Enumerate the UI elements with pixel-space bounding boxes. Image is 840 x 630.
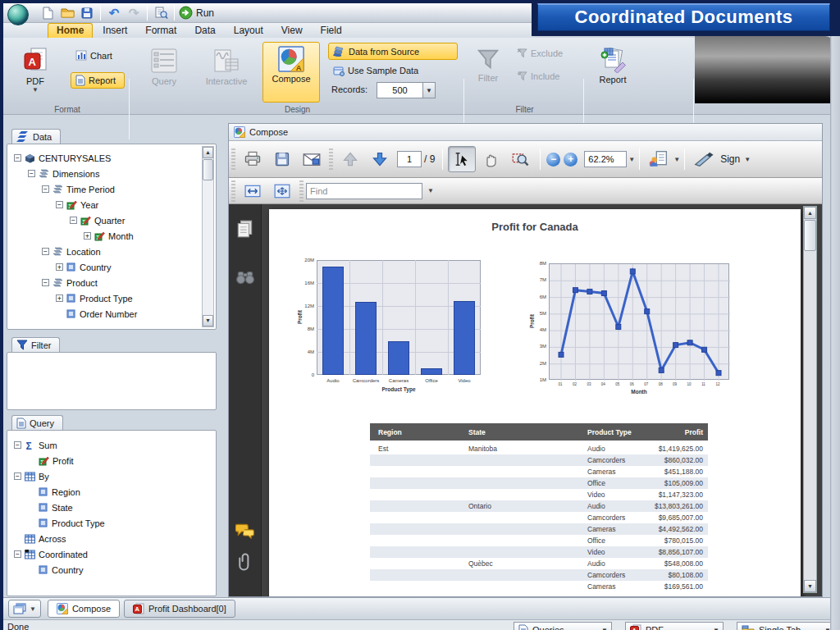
tree-item-country[interactable]: Country (11, 562, 211, 578)
fit-width-button[interactable] (239, 180, 267, 202)
status-combo-caret[interactable]: ▼ (598, 627, 611, 630)
scroll-down-button[interactable]: ▼ (804, 580, 816, 592)
collapse-toggle[interactable]: − (14, 550, 21, 558)
report-button[interactable]: Report (71, 72, 125, 89)
tree-item-month[interactable]: +ΣMonth (11, 228, 199, 244)
run-button[interactable]: Run (179, 5, 214, 21)
window-switcher-caret[interactable]: ▼ (30, 605, 36, 613)
save-copy-button[interactable] (268, 146, 296, 172)
scroll-up-button[interactable]: ▲ (203, 147, 213, 158)
bottom-tab-compose[interactable]: Compose (48, 600, 120, 618)
tree-item-product-type[interactable]: +Product Type (11, 290, 199, 306)
tree-item-time-period[interactable]: −Time Period (11, 181, 199, 197)
print-button[interactable] (239, 146, 267, 172)
tree-item-year[interactable]: −ΣYear (11, 197, 199, 212)
zoom-marquee-button[interactable] (507, 146, 535, 172)
tree-item-coordinated[interactable]: −Coordinated (11, 546, 211, 562)
collapse-toggle[interactable]: − (42, 185, 49, 193)
undo-button[interactable]: ↶ (105, 5, 123, 21)
tree-item-dimensions[interactable]: −Dimensions (11, 166, 199, 181)
tree-item-quarter[interactable]: −ΣQuarter (11, 212, 199, 228)
records-combo[interactable]: 500 ▼ (377, 82, 436, 98)
status-combo-caret[interactable]: ▼ (710, 627, 723, 630)
collaborate-button[interactable] (645, 146, 673, 172)
collapse-toggle[interactable]: − (56, 201, 63, 208)
scroll-down-button[interactable]: ▼ (203, 315, 213, 326)
tree-item-profit[interactable]: ΣProfit (11, 453, 211, 468)
preview-button[interactable] (152, 5, 170, 21)
use-sample-data-button[interactable]: Use Sample Data (328, 62, 458, 79)
tree-item-by[interactable]: −By (11, 468, 211, 484)
collapse-toggle[interactable]: − (14, 472, 21, 480)
sign-pen-button[interactable] (690, 146, 718, 172)
scroll-thumb[interactable] (804, 220, 816, 251)
coordinated-report-button[interactable]: Report (587, 43, 638, 102)
menu-tab-format[interactable]: Format (137, 24, 185, 38)
collapse-toggle[interactable]: − (42, 248, 49, 255)
data-panel-tab[interactable]: Data (11, 129, 61, 144)
comments-panel-button[interactable] (235, 523, 255, 539)
zoom-out-button[interactable]: − (546, 153, 560, 167)
collapse-toggle[interactable]: − (28, 170, 35, 177)
expand-toggle[interactable]: + (56, 263, 63, 271)
collapse-toggle[interactable]: − (70, 217, 77, 224)
tree-item-sum[interactable]: −ΣSum (11, 437, 211, 453)
collaborate-caret[interactable]: ▼ (673, 156, 680, 163)
redo-button[interactable]: ↷ (125, 5, 143, 21)
scroll-up-button[interactable]: ▲ (804, 207, 816, 219)
application-globe-logo[interactable] (7, 4, 29, 25)
tree-item-location[interactable]: −Location (11, 244, 199, 259)
chart-button[interactable]: Chart (71, 48, 125, 63)
tree-item-product[interactable]: −Product (11, 275, 199, 290)
collapse-toggle[interactable]: − (42, 279, 49, 286)
sign-caret[interactable]: ▼ (744, 156, 751, 163)
collapse-toggle[interactable]: − (14, 154, 21, 162)
collapse-toggle[interactable]: − (14, 441, 21, 449)
menu-tab-layout[interactable]: Layout (226, 24, 272, 38)
records-caret[interactable]: ▼ (422, 83, 435, 98)
bottom-tab-profit-dashboard-0-[interactable]: AProfit Dashboard[0] (124, 600, 235, 618)
search-panel-button[interactable] (235, 270, 255, 285)
hand-tool-button[interactable] (477, 146, 505, 172)
status-combo-queries[interactable]: Queries▼ (514, 622, 612, 630)
query-panel-tab[interactable]: Query (11, 415, 63, 430)
new-document-button[interactable] (39, 5, 57, 21)
menu-tab-insert[interactable]: Insert (94, 24, 135, 38)
open-button[interactable] (58, 5, 76, 21)
status-combo-single-tab[interactable]: Single Tab▼ (737, 622, 835, 630)
find-caret[interactable]: ▼ (427, 187, 434, 194)
status-combo-pdf[interactable]: APDF▼ (625, 622, 724, 630)
email-button[interactable] (298, 146, 326, 172)
filter-panel-tab[interactable]: Filter (11, 337, 60, 352)
attachments-panel-button[interactable] (238, 552, 253, 572)
data-tree-scrollbar[interactable]: ▲ ▼ (202, 146, 214, 327)
expand-toggle[interactable]: + (56, 294, 63, 302)
filter-panel[interactable] (7, 352, 217, 410)
tree-item-centurysales[interactable]: −CENTURYSALES (11, 150, 199, 166)
tree-item-state[interactable]: State (11, 500, 211, 515)
expand-toggle[interactable]: + (84, 232, 91, 240)
viewer-scrollbar[interactable]: ▲ ▼ (803, 206, 817, 593)
tree-item-region[interactable]: Region (11, 484, 211, 500)
next-page-button[interactable] (366, 146, 394, 172)
window-switcher-button[interactable]: ▼ (8, 600, 41, 618)
data-from-source-button[interactable]: Data from Source (328, 43, 458, 60)
sign-label[interactable]: Sign (720, 153, 740, 165)
find-input[interactable]: Find (306, 183, 422, 199)
pdf-format-button[interactable]: A PDF ▼ (11, 43, 59, 102)
menu-tab-field[interactable]: Field (313, 24, 350, 38)
page-number-input[interactable]: 1 (397, 151, 422, 167)
tree-item-order-number[interactable]: Order Number (11, 306, 199, 322)
pages-panel-button[interactable] (236, 219, 254, 239)
menu-tab-view[interactable]: View (273, 24, 311, 38)
zoom-level-input[interactable]: 62.2% (584, 151, 627, 167)
menu-tab-data[interactable]: Data (186, 24, 223, 38)
pdf-dropdown-caret[interactable]: ▼ (32, 86, 39, 94)
tree-item-across[interactable]: Across (11, 531, 211, 546)
save-button[interactable] (78, 5, 96, 21)
zoom-in-button[interactable]: + (564, 153, 578, 167)
menu-tab-home[interactable]: Home (48, 23, 93, 38)
fit-page-button[interactable] (268, 180, 296, 202)
scroll-thumb[interactable] (203, 159, 213, 180)
zoom-caret[interactable]: ▼ (628, 156, 635, 163)
